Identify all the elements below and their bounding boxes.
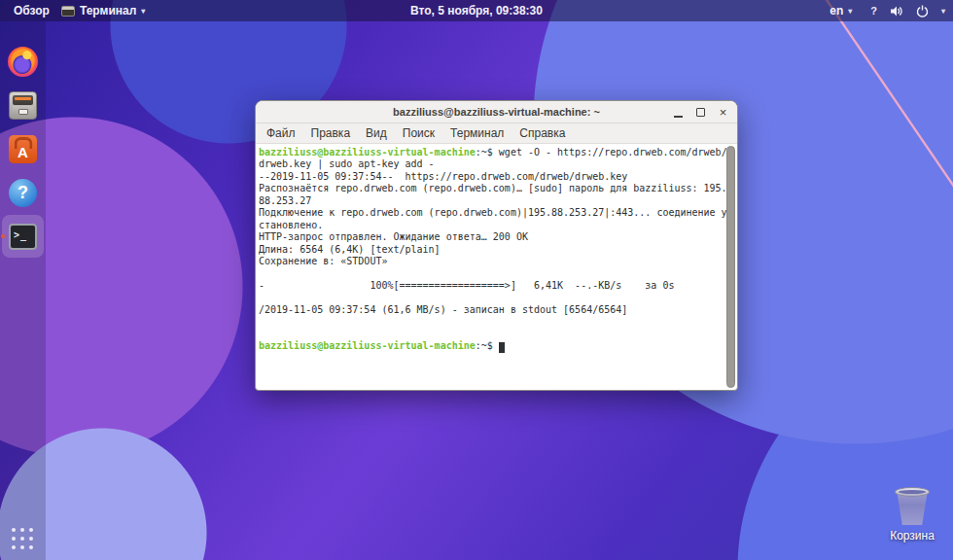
close-icon: × — [720, 106, 727, 119]
software-letter: A — [18, 144, 28, 160]
dock-item-firefox[interactable] — [3, 42, 43, 82]
chevron-down-icon: ▾ — [848, 7, 852, 16]
scrollbar — [726, 146, 735, 388]
clock-label: Вто, 5 ноября, 09:38:30 — [410, 4, 543, 18]
activities-button[interactable]: Обзор — [8, 0, 55, 21]
minimize-icon — [674, 116, 683, 118]
dock-item-ubuntu-software[interactable]: A — [3, 129, 43, 169]
menu-terminal[interactable]: Терминал — [444, 125, 510, 141]
scrollbar-thumb[interactable] — [726, 146, 735, 388]
terminal-icon: >_ — [9, 224, 37, 250]
dock-item-help[interactable]: ? — [3, 173, 43, 213]
dock-item-terminal[interactable]: >_ — [3, 217, 43, 257]
menu-edit[interactable]: Правка — [305, 125, 357, 141]
window-titlebar[interactable]: bazziliuss@bazziliuss-virtual-machine: ~… — [256, 101, 737, 123]
close-button[interactable]: × — [712, 101, 734, 123]
firefox-icon — [8, 47, 38, 77]
window-title: bazziliuss@bazziliuss-virtual-machine: ~ — [393, 106, 600, 118]
top-bar: Обзор Терминал ▾ Вто, 5 ноября, 09:38:30… — [0, 0, 953, 21]
trash-icon[interactable]: Корзина — [880, 487, 944, 542]
trash-bucket-icon — [895, 487, 930, 526]
dock: A ? >_ — [0, 21, 46, 560]
system-status-area[interactable]: en ▾ ? ▾ — [824, 0, 945, 21]
window-controls: × — [667, 101, 734, 123]
dock-item-files[interactable] — [3, 86, 43, 125]
focused-app-label: Терминал — [80, 4, 136, 18]
terminal-window: bazziliuss@bazziliuss-virtual-machine: ~… — [255, 100, 738, 391]
trash-label: Корзина — [880, 529, 944, 542]
menu-file[interactable]: Файл — [261, 125, 301, 141]
maximize-button[interactable] — [689, 101, 712, 123]
menu-search[interactable]: Поиск — [397, 125, 441, 141]
activities-label: Обзор — [14, 4, 50, 18]
files-icon — [9, 91, 37, 120]
input-question-icon: ? — [870, 5, 877, 17]
menu-view[interactable]: Вид — [360, 125, 393, 141]
terminal-window-icon — [61, 6, 75, 17]
ubuntu-software-icon: A — [9, 135, 37, 163]
power-icon — [916, 5, 929, 18]
app-menu-button[interactable]: Терминал ▾ — [55, 0, 151, 21]
menu-help[interactable]: Справка — [513, 125, 571, 141]
terminal-output[interactable]: bazziliuss@bazziliuss-virtual-machine:~$… — [257, 145, 736, 389]
volume-icon — [890, 5, 903, 18]
help-icon: ? — [9, 179, 37, 207]
keyboard-layout-label: en — [829, 4, 843, 18]
terminal-prompt-glyph: >_ — [14, 229, 27, 240]
keyboard-layout-button[interactable]: en ▾ — [824, 0, 858, 21]
minimize-button[interactable] — [667, 101, 689, 123]
maximize-icon — [696, 108, 705, 117]
show-applications-button[interactable] — [7, 523, 38, 554]
clock-button[interactable]: Вто, 5 ноября, 09:38:30 — [405, 0, 548, 21]
menu-bar: Файл Правка Вид Поиск Терминал Справка — [256, 123, 737, 144]
chevron-down-icon: ▾ — [141, 7, 145, 16]
chevron-down-icon: ▾ — [941, 7, 945, 16]
help-question-glyph: ? — [18, 183, 28, 203]
